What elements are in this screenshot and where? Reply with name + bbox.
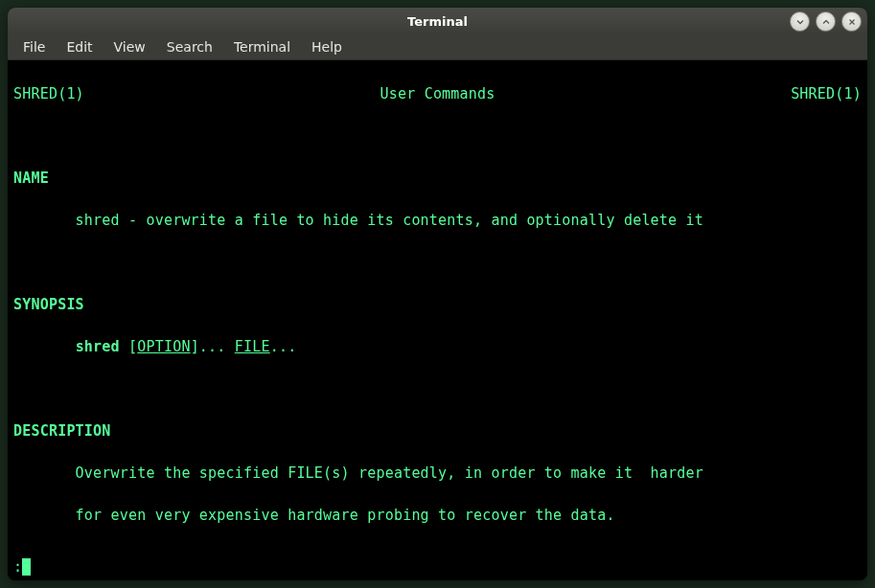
description-line: Overwrite the specified FILE(s) repeated… — [13, 463, 862, 484]
maximize-button[interactable] — [816, 11, 836, 32]
man-header-center: User Commands — [84, 83, 791, 104]
blank-line — [13, 378, 862, 399]
section-name-heading: NAME — [13, 168, 862, 189]
synopsis-file: FILE — [235, 338, 270, 355]
description-line: for even very expensive hardware probing… — [13, 505, 862, 526]
menubar: File Edit View Search Terminal Help — [8, 34, 867, 60]
section-synopsis-heading: SYNOPSIS — [13, 294, 862, 315]
menu-file[interactable]: File — [13, 36, 55, 57]
window-title: Terminal — [8, 14, 867, 29]
cursor — [22, 558, 31, 576]
chevron-down-icon — [795, 17, 805, 27]
synopsis-cmd: shred — [76, 338, 120, 355]
section-description-heading: DESCRIPTION — [13, 420, 862, 441]
name-line: shred - overwrite a file to hide its con… — [13, 210, 862, 231]
man-header-left: SHRED(1) — [13, 83, 84, 104]
close-icon — [847, 17, 857, 27]
terminal-output[interactable]: SHRED(1)User CommandsSHRED(1) NAME shred… — [8, 60, 867, 580]
chevron-up-icon — [821, 17, 831, 27]
synopsis-option: OPTION — [137, 338, 190, 355]
menu-search[interactable]: Search — [157, 36, 222, 57]
titlebar[interactable]: Terminal — [8, 8, 867, 34]
menu-edit[interactable]: Edit — [57, 36, 102, 57]
pager-status-line[interactable]: : — [8, 556, 867, 580]
blank-line — [13, 252, 862, 273]
menu-terminal[interactable]: Terminal — [224, 36, 300, 57]
menu-help[interactable]: Help — [302, 36, 352, 57]
pager-prompt: : — [13, 556, 22, 577]
close-button[interactable] — [841, 11, 862, 32]
window-controls — [790, 11, 862, 32]
man-header-row: SHRED(1)User CommandsSHRED(1) — [13, 83, 862, 104]
man-header-right: SHRED(1) — [791, 83, 862, 104]
minimize-button[interactable] — [790, 11, 810, 32]
blank-line — [13, 125, 862, 147]
terminal-window: Terminal File Edit View Search Terminal … — [8, 8, 867, 580]
menu-view[interactable]: View — [104, 36, 155, 57]
synopsis-line: shred [OPTION]... FILE... — [13, 336, 862, 357]
